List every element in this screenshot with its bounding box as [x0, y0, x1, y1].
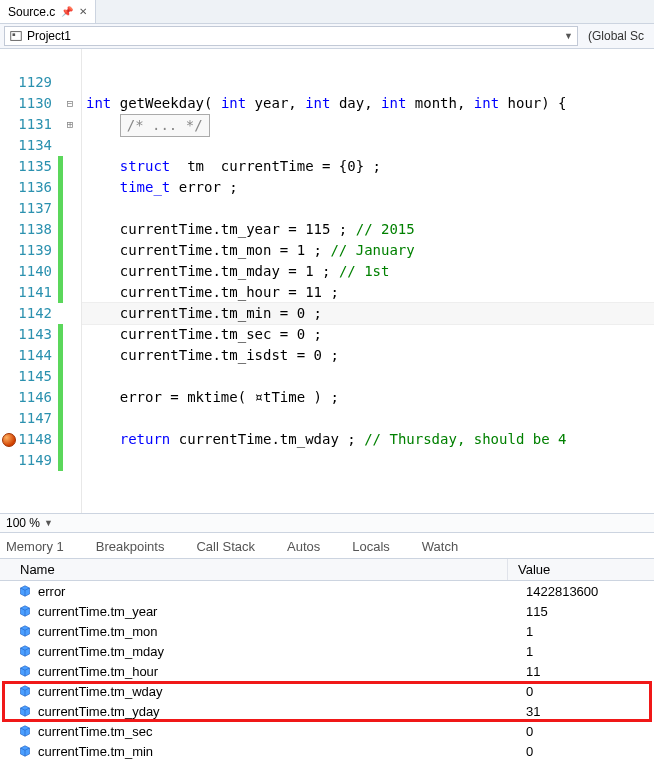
fold-toggle[interactable]: ⊞ [63, 114, 77, 135]
fold-toggle[interactable]: ⊟ [63, 93, 77, 114]
line-number: 1149 [18, 450, 58, 471]
code-line[interactable]: currentTime.tm_mon = 1 ; // January [82, 240, 654, 261]
collapsed-region[interactable]: /* ... */ [120, 114, 210, 137]
change-marker [58, 198, 63, 219]
variable-row[interactable]: currentTime.tm_min0 [0, 741, 654, 761]
code-editor[interactable]: 11291130⊟1131⊞11341135113611371138113911… [0, 49, 654, 513]
code-line[interactable]: struct tm currentTime = {0} ; [82, 156, 654, 177]
gutter-line: 1148 [0, 429, 81, 450]
project-dropdown[interactable]: Project1 ▼ [4, 26, 578, 46]
change-marker [58, 345, 63, 366]
zoom-control[interactable]: 100 % ▼ [0, 513, 654, 532]
line-number: 1138 [18, 219, 58, 240]
code-line[interactable]: currentTime.tm_sec = 0 ; [82, 324, 654, 345]
variable-value: 1 [516, 644, 654, 659]
code-line[interactable] [82, 366, 654, 387]
tab-memory[interactable]: Memory 1 [6, 539, 64, 554]
gutter-line: 1149 [0, 450, 81, 471]
line-number: 1139 [18, 240, 58, 261]
code-line[interactable] [82, 135, 654, 156]
breakpoint-icon[interactable] [2, 433, 16, 447]
gutter-line: 1141 [0, 282, 81, 303]
variable-icon [18, 724, 32, 738]
variable-name: currentTime.tm_min [38, 744, 516, 759]
project-name: Project1 [27, 29, 71, 43]
gutter-line: 1130⊟ [0, 93, 81, 114]
change-marker [58, 51, 63, 72]
gutter-line: 1134 [0, 135, 81, 156]
gutter-line: 1136 [0, 177, 81, 198]
code-line[interactable]: time_t error ; [82, 177, 654, 198]
scope-label[interactable]: (Global Sc [582, 29, 650, 43]
variables-list: error1422813600currentTime.tm_year115cur… [0, 581, 654, 761]
code-area[interactable]: int getWeekday( int year, int day, int m… [82, 49, 654, 513]
variable-row[interactable]: currentTime.tm_sec0 [0, 721, 654, 741]
code-line[interactable] [82, 198, 654, 219]
svg-rect-0 [11, 32, 22, 41]
gutter-line: 1147 [0, 408, 81, 429]
gutter-line: 1142 [0, 303, 81, 324]
tab-callstack[interactable]: Call Stack [196, 539, 255, 554]
code-line[interactable]: currentTime.tm_min = 0 ; [82, 303, 654, 324]
gutter-line: 1131⊞ [0, 114, 81, 135]
tab-locals[interactable]: Locals [352, 539, 390, 554]
svg-rect-1 [13, 33, 16, 36]
pin-icon[interactable]: 📌 [61, 6, 73, 17]
line-number: 1134 [18, 135, 58, 156]
code-line[interactable] [82, 51, 654, 72]
tab-breakpoints[interactable]: Breakpoints [96, 539, 165, 554]
document-tab-title: Source.c [8, 5, 55, 19]
tab-watch[interactable]: Watch [422, 539, 458, 554]
column-name[interactable]: Name [0, 559, 508, 580]
gutter-line: 1145 [0, 366, 81, 387]
change-marker [58, 177, 63, 198]
variable-row[interactable]: currentTime.tm_hour11 [0, 661, 654, 681]
variable-name: currentTime.tm_mday [38, 644, 516, 659]
variable-row[interactable]: currentTime.tm_mon1 [0, 621, 654, 641]
gutter-line: 1146 [0, 387, 81, 408]
variable-row[interactable]: error1422813600 [0, 581, 654, 601]
line-number: 1140 [18, 261, 58, 282]
code-line[interactable] [82, 72, 654, 93]
project-icon [9, 29, 23, 43]
editor-gutter: 11291130⊟1131⊞11341135113611371138113911… [0, 49, 82, 513]
line-number: 1143 [18, 324, 58, 345]
gutter-line: 1139 [0, 240, 81, 261]
change-marker [58, 366, 63, 387]
gutter-line [0, 471, 81, 492]
line-number: 1146 [18, 387, 58, 408]
line-number: 1130 [18, 93, 58, 114]
tab-autos[interactable]: Autos [287, 539, 320, 554]
variable-value: 115 [516, 604, 654, 619]
variable-row[interactable]: currentTime.tm_year115 [0, 601, 654, 621]
code-line[interactable]: currentTime.tm_mday = 1 ; // 1st [82, 261, 654, 282]
variable-icon [18, 704, 32, 718]
close-icon[interactable]: ✕ [79, 6, 87, 17]
line-number: 1144 [18, 345, 58, 366]
line-number: 1137 [18, 198, 58, 219]
variable-value: 0 [516, 684, 654, 699]
variable-value: 0 [516, 724, 654, 739]
line-number: 1135 [18, 156, 58, 177]
code-line[interactable]: /* ... */ [82, 114, 654, 135]
variable-row[interactable]: currentTime.tm_yday31 [0, 701, 654, 721]
code-line[interactable]: currentTime.tm_year = 115 ; // 2015 [82, 219, 654, 240]
change-marker [58, 72, 63, 93]
column-value[interactable]: Value [508, 559, 654, 580]
navigation-bar: Project1 ▼ (Global Sc [0, 24, 654, 49]
breakpoint-column[interactable] [0, 433, 18, 447]
variable-row[interactable]: currentTime.tm_mday1 [0, 641, 654, 661]
code-line[interactable]: currentTime.tm_isdst = 0 ; [82, 345, 654, 366]
line-number: 1147 [18, 408, 58, 429]
code-line[interactable] [82, 450, 654, 471]
code-line[interactable] [82, 408, 654, 429]
variable-name: currentTime.tm_yday [38, 704, 516, 719]
code-line[interactable]: error = mktime( ¤tTime ) ; [82, 387, 654, 408]
variable-name: currentTime.tm_wday [38, 684, 516, 699]
variable-value: 0 [516, 744, 654, 759]
variable-row[interactable]: currentTime.tm_wday0 [0, 681, 654, 701]
code-line[interactable]: int getWeekday( int year, int day, int m… [82, 93, 654, 114]
code-line[interactable]: return currentTime.tm_wday ; // Thursday… [82, 429, 654, 450]
code-line[interactable]: currentTime.tm_hour = 11 ; [82, 282, 654, 303]
document-tab[interactable]: Source.c 📌 ✕ [0, 0, 96, 23]
